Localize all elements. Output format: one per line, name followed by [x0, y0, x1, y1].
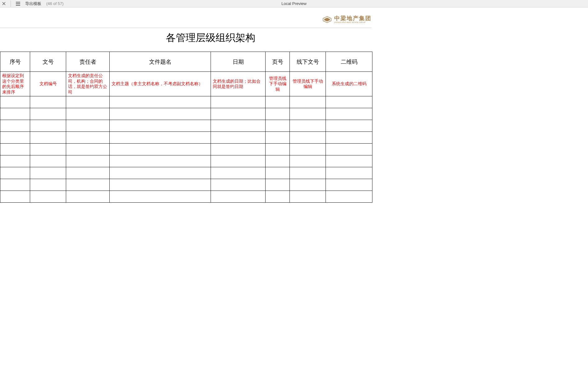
- table-cell: [211, 144, 266, 155]
- table-row: [0, 120, 372, 132]
- table-cell: [326, 155, 372, 167]
- table-cell: [0, 167, 30, 179]
- table-row: [0, 167, 372, 179]
- table-cell: [290, 167, 326, 179]
- document-page: 中梁地产集团 ZHONGLIANG REAL ESTATE GROUP 各管理层…: [0, 7, 421, 203]
- close-icon: [2, 2, 6, 5]
- table-cell: [0, 144, 30, 155]
- table-row: [0, 108, 372, 120]
- table-cell: [290, 191, 326, 203]
- table-cell: [0, 179, 30, 191]
- table-cell: [110, 167, 211, 179]
- toolbar-left: 导出模板 (46 of 57): [1, 1, 64, 7]
- table-cell: [266, 155, 290, 167]
- table-cell: [66, 179, 110, 191]
- table-cell: [290, 144, 326, 155]
- table-cell: [266, 120, 290, 132]
- table-cell: [0, 155, 30, 167]
- table-cell: [211, 179, 266, 191]
- table-cell: [110, 144, 211, 155]
- table-cell: [326, 144, 372, 155]
- table-cell: [326, 132, 372, 144]
- table-row: [0, 155, 372, 167]
- desc-qr: 系统生成的二维码: [326, 72, 372, 96]
- table-cell: [66, 155, 110, 167]
- table-cell: [290, 108, 326, 120]
- table-cell: [326, 191, 372, 203]
- table-cell: [110, 96, 211, 108]
- table-cell: [266, 132, 290, 144]
- table-cell: [66, 144, 110, 155]
- table-cell: [266, 191, 290, 203]
- table-cell: [211, 155, 266, 167]
- toolbar: 导出模板 (46 of 57) Local Preview: [0, 0, 588, 7]
- table-cell: [266, 179, 290, 191]
- table-cell: [266, 108, 290, 120]
- table-cell: [211, 96, 266, 108]
- table-cell: [0, 120, 30, 132]
- table-cell: [0, 96, 30, 108]
- table-cell: [30, 96, 66, 108]
- table-cell: [290, 155, 326, 167]
- table-row: [0, 179, 372, 191]
- table-cell: [66, 132, 110, 144]
- header-divider: [0, 28, 371, 28]
- table-cell: [110, 120, 211, 132]
- toolbar-divider: [11, 1, 11, 7]
- table-cell: [326, 167, 372, 179]
- table-cell: [66, 191, 110, 203]
- table-cell: [266, 144, 290, 155]
- hamburger-icon: [16, 2, 20, 2]
- th-docno: 文号: [30, 52, 66, 72]
- th-seq: 序号: [0, 52, 30, 72]
- table-cell: [290, 132, 326, 144]
- page-title: 各管理层级组织架构: [0, 31, 421, 45]
- desc-docno: 文档编号: [30, 72, 66, 96]
- th-page: 页号: [266, 52, 290, 72]
- table-description-row: 根据设定到这个分类里的先后顺序来排序 文档编号 文档生成的责任公司，机构；合同的…: [0, 72, 372, 96]
- table-body: 根据设定到这个分类里的先后顺序来排序 文档编号 文档生成的责任公司，机构；合同的…: [0, 72, 372, 203]
- right-whitespace: [421, 7, 588, 387]
- table-cell: [290, 120, 326, 132]
- table-cell: [110, 132, 211, 144]
- logo-mark-icon: [322, 16, 332, 23]
- table-cell: [290, 96, 326, 108]
- desc-date: 文档生成的日期；比如合同就是签约日期: [211, 72, 266, 96]
- desc-seq: 根据设定到这个分类里的先后顺序来排序: [0, 72, 30, 96]
- svg-marker-3: [324, 18, 330, 21]
- table-cell: [66, 120, 110, 132]
- table-row: [0, 96, 372, 108]
- table-cell: [0, 108, 30, 120]
- document-title: 导出模板: [25, 1, 41, 7]
- table-cell: [30, 167, 66, 179]
- table-row: [0, 132, 372, 144]
- logo-row: 中梁地产集团 ZHONGLIANG REAL ESTATE GROUP: [0, 10, 421, 25]
- table-row: [0, 191, 372, 203]
- table-cell: [211, 132, 266, 144]
- table-cell: [30, 191, 66, 203]
- desc-resp: 文档生成的责任公司，机构；合同的话，就是签约双方公司: [66, 72, 110, 96]
- table-cell: [211, 191, 266, 203]
- table-cell: [66, 108, 110, 120]
- table-cell: [0, 191, 30, 203]
- table-cell: [30, 155, 66, 167]
- table-cell: [110, 179, 211, 191]
- table-cell: [290, 179, 326, 191]
- table-cell: [110, 108, 211, 120]
- logo-text: 中梁地产集团 ZHONGLIANG REAL ESTATE GROUP: [334, 16, 371, 23]
- table-cell: [30, 132, 66, 144]
- close-button[interactable]: [1, 1, 6, 6]
- table-cell: [110, 155, 211, 167]
- th-resp: 责任者: [66, 52, 110, 72]
- logo-en-text: ZHONGLIANG REAL ESTATE GROUP: [334, 22, 371, 23]
- th-qr: 二维码: [326, 52, 372, 72]
- table-cell: [211, 108, 266, 120]
- table-cell: [30, 108, 66, 120]
- table-cell: [110, 191, 211, 203]
- table-cell: [66, 96, 110, 108]
- table-cell: [0, 132, 30, 144]
- th-date: 日期: [211, 52, 266, 72]
- org-structure-table: 序号 文号 责任者 文件题名 日期 页号 线下文号 二维码 根据设定到这个分类里…: [0, 52, 372, 203]
- table-cell: [326, 179, 372, 191]
- menu-button[interactable]: [15, 1, 20, 6]
